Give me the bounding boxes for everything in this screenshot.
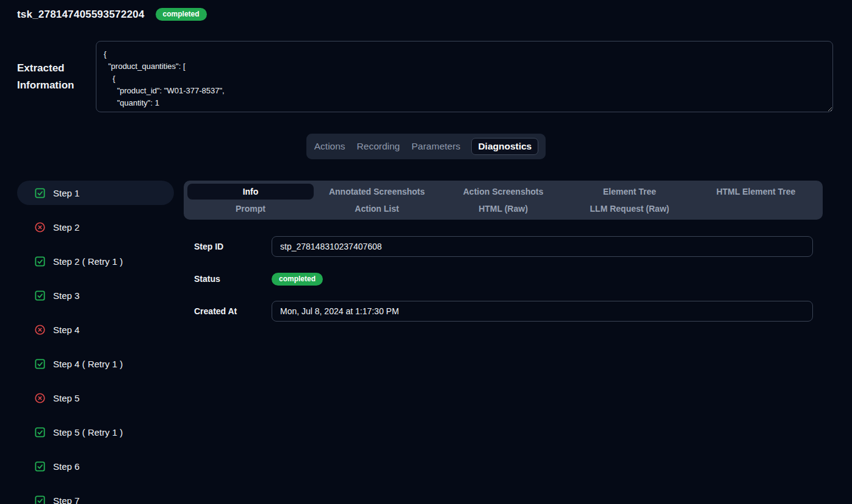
created-at-input[interactable] bbox=[272, 301, 813, 322]
step-item[interactable]: Step 6 bbox=[17, 454, 174, 478]
main-tab[interactable]: Recording bbox=[356, 138, 401, 155]
x-circle-icon bbox=[34, 221, 46, 233]
step-id-input[interactable] bbox=[272, 236, 813, 257]
main-tab-label: Recording bbox=[357, 141, 400, 151]
sub-tab[interactable]: Info bbox=[187, 184, 314, 200]
step-item[interactable]: Step 7 bbox=[17, 488, 174, 504]
step-label: Step 3 bbox=[53, 290, 79, 301]
extracted-information-section: Extracted Information { "product_quantit… bbox=[0, 41, 852, 112]
check-square-icon bbox=[34, 187, 46, 199]
created-at-row: Created At bbox=[184, 301, 823, 322]
task-id-title: tsk_278147405593572204 bbox=[17, 9, 145, 21]
sub-tab[interactable]: Prompt bbox=[187, 201, 314, 217]
sub-tab-label: HTML (Raw) bbox=[478, 204, 528, 214]
check-square-icon bbox=[34, 256, 46, 267]
task-status-badge: completed bbox=[156, 8, 207, 21]
step-item[interactable]: Step 4 bbox=[17, 317, 174, 342]
step-label: Step 2 bbox=[53, 222, 79, 232]
main-tab-bar: Actions Recording Parameters Diagnostics bbox=[306, 134, 546, 159]
sub-tab[interactable]: HTML Element Tree bbox=[693, 184, 819, 200]
step-item[interactable]: Step 4 ( Retry 1 ) bbox=[17, 351, 174, 376]
sub-tab-label: HTML Element Tree bbox=[717, 187, 796, 196]
step-label: Step 7 bbox=[53, 495, 79, 504]
sub-tab-label: Action Screenshots bbox=[463, 187, 543, 196]
step-label: Step 4 bbox=[53, 325, 79, 335]
sub-tab-label: Info bbox=[243, 187, 259, 196]
main-tab[interactable]: Actions bbox=[314, 138, 346, 155]
sub-tab-label: LLM Request (Raw) bbox=[590, 204, 670, 214]
extracted-information-textarea[interactable]: { "product_quantities": [ { "product_id"… bbox=[96, 41, 833, 112]
sub-tab-label: Annotated Screenshots bbox=[329, 187, 425, 196]
status-row: Status completed bbox=[184, 268, 823, 289]
sub-tab[interactable]: Action List bbox=[314, 201, 440, 217]
step-detail-panel: Info Annotated Screenshots Action Screen… bbox=[184, 181, 823, 504]
step-label: Step 5 ( Retry 1 ) bbox=[53, 427, 123, 437]
check-square-icon bbox=[34, 461, 46, 472]
sub-tab[interactable]: LLM Request (Raw) bbox=[566, 201, 693, 217]
x-circle-icon bbox=[34, 392, 46, 404]
main-tab-label: Diagnostics bbox=[478, 141, 532, 151]
step-item[interactable]: Step 2 bbox=[17, 215, 174, 239]
x-circle-icon bbox=[34, 324, 46, 336]
sub-tab[interactable]: Element Tree bbox=[566, 184, 693, 200]
main-tab-label: Parameters bbox=[411, 141, 460, 151]
step-item[interactable]: Step 2 ( Retry 1 ) bbox=[17, 249, 174, 273]
step-status-badge: completed bbox=[272, 273, 323, 286]
check-square-icon bbox=[34, 290, 46, 301]
step-item[interactable]: Step 5 bbox=[17, 386, 174, 410]
extracted-information-label: Extracted Information bbox=[17, 60, 96, 94]
check-square-icon bbox=[34, 427, 46, 438]
main-tab-label: Actions bbox=[314, 141, 345, 151]
task-header: tsk_278147405593572204 completed bbox=[0, 0, 852, 21]
step-label: Step 4 ( Retry 1 ) bbox=[53, 359, 123, 369]
step-label: Step 6 bbox=[53, 461, 79, 472]
main-tab[interactable]: Parameters bbox=[411, 138, 461, 155]
step-label: Step 2 ( Retry 1 ) bbox=[53, 256, 123, 267]
content-row: Step 1 Step 2 Step bbox=[0, 181, 852, 504]
step-info-fields: Step ID Status completed Created At bbox=[184, 236, 823, 322]
sub-tab[interactable]: Annotated Screenshots bbox=[314, 184, 440, 200]
status-label: Status bbox=[184, 274, 272, 284]
sub-tab[interactable]: Action Screenshots bbox=[440, 184, 566, 200]
steps-sidebar: Step 1 Step 2 Step bbox=[17, 181, 174, 504]
step-label: Step 1 bbox=[53, 188, 79, 198]
check-square-icon bbox=[34, 358, 46, 370]
step-item[interactable]: Step 1 bbox=[17, 181, 174, 205]
step-id-label: Step ID bbox=[184, 242, 272, 251]
step-id-row: Step ID bbox=[184, 236, 823, 257]
step-label: Step 5 bbox=[53, 393, 79, 403]
step-item[interactable]: Step 5 ( Retry 1 ) bbox=[17, 420, 174, 444]
sub-tab-label: Action List bbox=[355, 204, 399, 214]
created-at-label: Created At bbox=[184, 306, 272, 316]
sub-tab-label: Element Tree bbox=[603, 187, 656, 196]
main-tab[interactable]: Diagnostics bbox=[471, 138, 538, 155]
sub-tab[interactable]: HTML (Raw) bbox=[440, 201, 566, 217]
sub-tab-label: Prompt bbox=[236, 204, 265, 214]
step-item[interactable]: Step 3 bbox=[17, 283, 174, 308]
check-square-icon bbox=[34, 495, 46, 504]
diagnostics-subtab-bar: Info Annotated Screenshots Action Screen… bbox=[184, 181, 823, 220]
